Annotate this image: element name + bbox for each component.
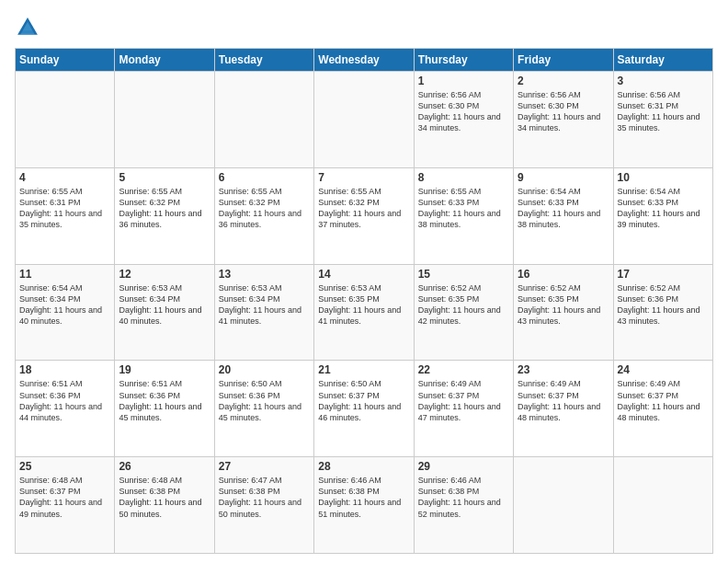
- day-number: 23: [518, 363, 609, 376]
- day-cell: [115, 72, 214, 168]
- weekday-header-thursday: Thursday: [414, 49, 513, 72]
- day-cell: [214, 72, 313, 168]
- day-number: 4: [19, 171, 110, 184]
- day-cell: 22Sunrise: 6:49 AM Sunset: 6:37 PM Dayli…: [414, 361, 513, 457]
- day-number: 9: [518, 171, 609, 184]
- day-info: Sunrise: 6:56 AM Sunset: 6:30 PM Dayligh…: [518, 89, 609, 134]
- week-row-3: 11Sunrise: 6:54 AM Sunset: 6:34 PM Dayli…: [16, 264, 713, 361]
- day-number: 13: [219, 268, 310, 281]
- day-info: Sunrise: 6:47 AM Sunset: 6:38 PM Dayligh…: [219, 475, 310, 520]
- day-cell: 20Sunrise: 6:50 AM Sunset: 6:36 PM Dayli…: [214, 361, 313, 457]
- day-number: 18: [19, 363, 110, 376]
- day-info: Sunrise: 6:49 AM Sunset: 6:37 PM Dayligh…: [618, 378, 709, 423]
- day-cell: 8Sunrise: 6:55 AM Sunset: 6:33 PM Daylig…: [414, 167, 513, 264]
- day-cell: 27Sunrise: 6:47 AM Sunset: 6:38 PM Dayli…: [214, 457, 313, 554]
- day-number: 29: [418, 460, 509, 473]
- day-cell: 29Sunrise: 6:46 AM Sunset: 6:38 PM Dayli…: [414, 457, 513, 554]
- day-number: 27: [219, 460, 310, 473]
- day-info: Sunrise: 6:48 AM Sunset: 6:37 PM Dayligh…: [19, 475, 110, 520]
- day-number: 10: [618, 171, 709, 184]
- day-cell: [613, 457, 712, 554]
- day-cell: 4Sunrise: 6:55 AM Sunset: 6:31 PM Daylig…: [16, 167, 115, 264]
- day-info: Sunrise: 6:52 AM Sunset: 6:35 PM Dayligh…: [518, 282, 609, 327]
- logo: [15, 15, 44, 40]
- svg-rect-2: [22, 30, 33, 33]
- day-cell: 24Sunrise: 6:49 AM Sunset: 6:37 PM Dayli…: [613, 361, 712, 457]
- day-cell: 11Sunrise: 6:54 AM Sunset: 6:34 PM Dayli…: [16, 264, 115, 361]
- day-cell: 9Sunrise: 6:54 AM Sunset: 6:33 PM Daylig…: [514, 167, 613, 264]
- day-info: Sunrise: 6:56 AM Sunset: 6:30 PM Dayligh…: [418, 89, 509, 134]
- day-info: Sunrise: 6:56 AM Sunset: 6:31 PM Dayligh…: [618, 89, 709, 134]
- day-cell: 26Sunrise: 6:48 AM Sunset: 6:38 PM Dayli…: [115, 457, 214, 554]
- day-cell: 21Sunrise: 6:50 AM Sunset: 6:37 PM Dayli…: [314, 361, 414, 457]
- day-cell: 17Sunrise: 6:52 AM Sunset: 6:36 PM Dayli…: [613, 264, 712, 361]
- day-cell: 15Sunrise: 6:52 AM Sunset: 6:35 PM Dayli…: [414, 264, 513, 361]
- weekday-header-row: SundayMondayTuesdayWednesdayThursdayFrid…: [16, 49, 713, 72]
- day-cell: 7Sunrise: 6:55 AM Sunset: 6:32 PM Daylig…: [314, 167, 414, 264]
- day-number: 22: [418, 363, 509, 376]
- day-cell: 23Sunrise: 6:49 AM Sunset: 6:37 PM Dayli…: [514, 361, 613, 457]
- day-info: Sunrise: 6:55 AM Sunset: 6:31 PM Dayligh…: [19, 186, 110, 231]
- day-number: 21: [318, 363, 409, 376]
- week-row-5: 25Sunrise: 6:48 AM Sunset: 6:37 PM Dayli…: [16, 457, 713, 554]
- day-info: Sunrise: 6:54 AM Sunset: 6:33 PM Dayligh…: [618, 186, 709, 231]
- day-cell: 13Sunrise: 6:53 AM Sunset: 6:34 PM Dayli…: [214, 264, 313, 361]
- day-number: 19: [119, 363, 210, 376]
- day-info: Sunrise: 6:49 AM Sunset: 6:37 PM Dayligh…: [518, 378, 609, 423]
- day-number: 1: [418, 75, 509, 87]
- day-info: Sunrise: 6:50 AM Sunset: 6:37 PM Dayligh…: [318, 378, 409, 423]
- weekday-header-wednesday: Wednesday: [314, 49, 414, 72]
- day-number: 15: [418, 268, 509, 281]
- week-row-2: 4Sunrise: 6:55 AM Sunset: 6:31 PM Daylig…: [16, 167, 713, 264]
- day-info: Sunrise: 6:48 AM Sunset: 6:38 PM Dayligh…: [119, 475, 210, 520]
- logo-icon: [15, 15, 40, 40]
- day-cell: 28Sunrise: 6:46 AM Sunset: 6:38 PM Dayli…: [314, 457, 414, 554]
- weekday-header-friday: Friday: [514, 49, 613, 72]
- weekday-header-monday: Monday: [115, 49, 214, 72]
- day-number: 7: [318, 171, 409, 184]
- day-info: Sunrise: 6:53 AM Sunset: 6:34 PM Dayligh…: [119, 282, 210, 327]
- weekday-header-saturday: Saturday: [613, 49, 712, 72]
- day-number: 24: [618, 363, 709, 376]
- day-number: 12: [119, 268, 210, 281]
- weekday-header-sunday: Sunday: [16, 49, 115, 72]
- day-cell: 18Sunrise: 6:51 AM Sunset: 6:36 PM Dayli…: [16, 361, 115, 457]
- day-number: 3: [618, 75, 709, 87]
- day-info: Sunrise: 6:55 AM Sunset: 6:32 PM Dayligh…: [318, 186, 409, 231]
- day-number: 17: [618, 268, 709, 281]
- day-info: Sunrise: 6:46 AM Sunset: 6:38 PM Dayligh…: [418, 475, 509, 520]
- day-cell: 16Sunrise: 6:52 AM Sunset: 6:35 PM Dayli…: [514, 264, 613, 361]
- day-number: 5: [119, 171, 210, 184]
- day-number: 14: [318, 268, 409, 281]
- calendar-table: SundayMondayTuesdayWednesdayThursdayFrid…: [15, 48, 713, 554]
- day-number: 2: [518, 75, 609, 87]
- day-info: Sunrise: 6:51 AM Sunset: 6:36 PM Dayligh…: [119, 378, 210, 423]
- day-number: 25: [19, 460, 110, 473]
- day-info: Sunrise: 6:55 AM Sunset: 6:32 PM Dayligh…: [119, 186, 210, 231]
- day-cell: 19Sunrise: 6:51 AM Sunset: 6:36 PM Dayli…: [115, 361, 214, 457]
- day-info: Sunrise: 6:53 AM Sunset: 6:34 PM Dayligh…: [219, 282, 310, 327]
- day-number: 28: [318, 460, 409, 473]
- day-cell: [514, 457, 613, 554]
- day-info: Sunrise: 6:46 AM Sunset: 6:38 PM Dayligh…: [318, 475, 409, 520]
- day-info: Sunrise: 6:51 AM Sunset: 6:36 PM Dayligh…: [19, 378, 110, 423]
- day-info: Sunrise: 6:49 AM Sunset: 6:37 PM Dayligh…: [418, 378, 509, 423]
- week-row-4: 18Sunrise: 6:51 AM Sunset: 6:36 PM Dayli…: [16, 361, 713, 457]
- day-cell: 3Sunrise: 6:56 AM Sunset: 6:31 PM Daylig…: [613, 72, 712, 168]
- day-number: 11: [19, 268, 110, 281]
- day-cell: 10Sunrise: 6:54 AM Sunset: 6:33 PM Dayli…: [613, 167, 712, 264]
- day-info: Sunrise: 6:52 AM Sunset: 6:35 PM Dayligh…: [418, 282, 509, 327]
- day-cell: [16, 72, 115, 168]
- day-info: Sunrise: 6:54 AM Sunset: 6:33 PM Dayligh…: [518, 186, 609, 231]
- day-info: Sunrise: 6:55 AM Sunset: 6:32 PM Dayligh…: [219, 186, 310, 231]
- day-cell: 5Sunrise: 6:55 AM Sunset: 6:32 PM Daylig…: [115, 167, 214, 264]
- day-cell: 2Sunrise: 6:56 AM Sunset: 6:30 PM Daylig…: [514, 72, 613, 168]
- day-number: 16: [518, 268, 609, 281]
- day-number: 8: [418, 171, 509, 184]
- day-cell: 1Sunrise: 6:56 AM Sunset: 6:30 PM Daylig…: [414, 72, 513, 168]
- day-number: 26: [119, 460, 210, 473]
- day-info: Sunrise: 6:52 AM Sunset: 6:36 PM Dayligh…: [618, 282, 709, 327]
- day-cell: 25Sunrise: 6:48 AM Sunset: 6:37 PM Dayli…: [16, 457, 115, 554]
- day-cell: [314, 72, 414, 168]
- day-info: Sunrise: 6:53 AM Sunset: 6:35 PM Dayligh…: [318, 282, 409, 327]
